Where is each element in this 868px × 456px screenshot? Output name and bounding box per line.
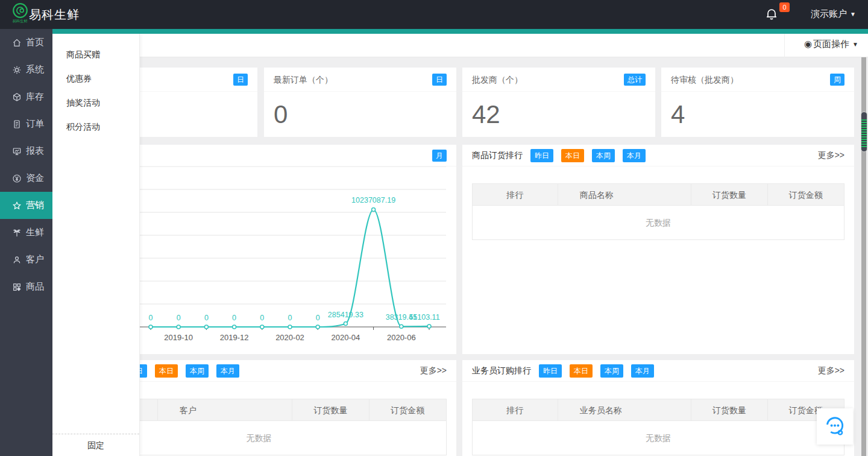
stat-card-value: 0 (264, 92, 456, 129)
svg-text:2019-12: 2019-12 (220, 333, 249, 342)
user-icon (12, 255, 22, 265)
svg-text:0: 0 (288, 314, 292, 322)
topbar: 易科生鲜 易科生鲜 0 演示账户▼ (0, 0, 868, 29)
sidebar: 首页 系统 库存 订单 报表 资金 营销 生鲜 客户 商品 (0, 29, 52, 456)
active-tab-strip (52, 29, 868, 34)
home-icon (12, 38, 22, 48)
chevron-down-icon: ▼ (852, 41, 858, 48)
sidebar-item-inventory[interactable]: 库存 (0, 83, 52, 110)
app-logo: 易科生鲜 (8, 2, 32, 24)
ranking-table: 排行 业务员名称 订货数量 订货金额 无数据 (472, 399, 844, 455)
submenu-item-coupon[interactable]: 优惠券 (52, 66, 139, 90)
yen-circle-icon (12, 174, 22, 183)
filter-today[interactable]: 本日 (155, 364, 178, 378)
stat-card-value: 4 (661, 92, 854, 129)
svg-text:2020-04: 2020-04 (332, 333, 360, 342)
more-link[interactable]: 更多>> (818, 366, 844, 376)
period-badge: 周 (830, 74, 844, 86)
period-badge: 日 (432, 74, 447, 86)
stat-card-title: 批发商（个） (472, 68, 523, 92)
filter-today[interactable]: 本日 (570, 364, 593, 378)
svg-text:0: 0 (232, 314, 236, 322)
sidebar-item-products[interactable]: 商品 (0, 273, 52, 300)
svg-text:55103.11: 55103.11 (409, 313, 439, 321)
filter-week[interactable]: 本周 (592, 149, 615, 162)
stat-card-title: 最新订单（个） (274, 68, 333, 92)
app-title: 易科生鲜 (29, 7, 80, 23)
document-icon (12, 119, 22, 129)
ranking-table: 排行 商品名称 订货数量 订货金额 无数据 (472, 183, 844, 240)
sidebar-item-funds[interactable]: 资金 (0, 165, 52, 192)
period-badge: 日 (233, 74, 248, 86)
page-actions-button[interactable]: ◉页面操作▼ (804, 39, 858, 50)
more-link[interactable]: 更多>> (420, 366, 447, 376)
filter-yesterday[interactable]: 昨日 (539, 364, 562, 378)
panel-title: 商品订货排行 (472, 150, 523, 161)
filter-month[interactable]: 本月 (631, 364, 654, 378)
page-toolbar: ◉页面操作▼ (52, 34, 868, 57)
box-icon (12, 92, 22, 102)
stat-card-latest-orders: 最新订单（个） 日 0 (264, 68, 456, 137)
tree-icon (12, 228, 22, 238)
svg-text:0: 0 (149, 314, 153, 322)
stat-card-title: 待审核（批发商） (671, 68, 738, 92)
svg-text:2020-02: 2020-02 (275, 333, 304, 342)
filter-yesterday[interactable]: 昨日 (530, 149, 553, 162)
filter-month[interactable]: 本月 (623, 149, 646, 162)
filter-month[interactable]: 本月 (216, 364, 239, 378)
chat-button[interactable] (817, 408, 853, 445)
scrollbar-thumb[interactable] (861, 112, 867, 152)
account-name: 演示账户 (811, 8, 847, 19)
sidebar-item-marketing[interactable]: 营销 (0, 192, 52, 219)
sidebar-item-reports[interactable]: 报表 (0, 138, 52, 165)
gear-icon (12, 65, 22, 75)
sidebar-item-orders[interactable]: 订单 (0, 110, 52, 138)
svg-text:10237087.19: 10237087.19 (351, 196, 395, 204)
submenu-pin-button[interactable]: 固定 (52, 434, 139, 456)
report-board-icon (12, 147, 22, 156)
radio-dot-icon: ◉ (804, 39, 812, 49)
svg-text:2019-10: 2019-10 (164, 333, 193, 342)
salesman-ranking-panel: 业务员订购排行 昨日 本日 本周 本月 更多>> 排行 业务员名称 订货数量 订… (462, 360, 854, 456)
filter-week[interactable]: 本周 (186, 364, 209, 378)
submenu-item-points[interactable]: 积分活动 (52, 115, 139, 139)
logo-swirl-icon (8, 2, 32, 19)
notification-badge: 0 (779, 2, 790, 12)
more-link[interactable]: 更多>> (818, 150, 844, 161)
chat-bubble-icon (823, 415, 846, 438)
grid-icon (12, 282, 22, 292)
stat-card-value: 42 (462, 92, 655, 129)
svg-text:2020-06: 2020-06 (387, 333, 416, 342)
svg-text:0: 0 (177, 314, 181, 322)
account-menu[interactable]: 演示账户▼ (811, 8, 856, 20)
sidebar-item-home[interactable]: 首页 (0, 29, 52, 56)
stat-card-pending-review: 待审核（批发商） 周 4 (661, 68, 854, 137)
filter-today[interactable]: 本日 (561, 149, 584, 162)
svg-text:0: 0 (260, 314, 264, 322)
sidebar-item-customers[interactable]: 客户 (0, 246, 52, 273)
toolbar-divider (784, 34, 785, 57)
logo-subtext: 易科生鲜 (9, 19, 31, 23)
svg-text:0: 0 (204, 314, 209, 322)
panel-title: 业务员订购排行 (472, 366, 531, 376)
sidebar-item-fresh[interactable]: 生鲜 (0, 219, 52, 246)
period-badge: 月 (432, 150, 447, 162)
period-badge: 总计 (624, 74, 646, 86)
sidebar-item-system[interactable]: 系统 (0, 56, 52, 83)
svg-text:0: 0 (316, 314, 320, 322)
empty-placeholder: 无数据 (473, 420, 844, 455)
product-ranking-panel: 商品订货排行 昨日 本日 本周 本月 更多>> 排行 商品名称 订货数量 订货金… (462, 145, 854, 354)
marketing-submenu-flyout: 商品买赠 优惠券 抽奖活动 积分活动 固定 (52, 34, 140, 456)
svg-text:285419.33: 285419.33 (328, 311, 363, 319)
stat-card-wholesalers: 批发商（个） 总计 42 (462, 68, 655, 137)
submenu-item-lottery[interactable]: 抽奖活动 (52, 90, 139, 115)
filter-week[interactable]: 本周 (600, 364, 623, 378)
submenu-item-buy-gift[interactable]: 商品买赠 (52, 42, 139, 66)
chevron-down-icon: ▼ (850, 11, 856, 17)
empty-placeholder: 无数据 (473, 205, 844, 239)
star-icon (12, 201, 22, 211)
